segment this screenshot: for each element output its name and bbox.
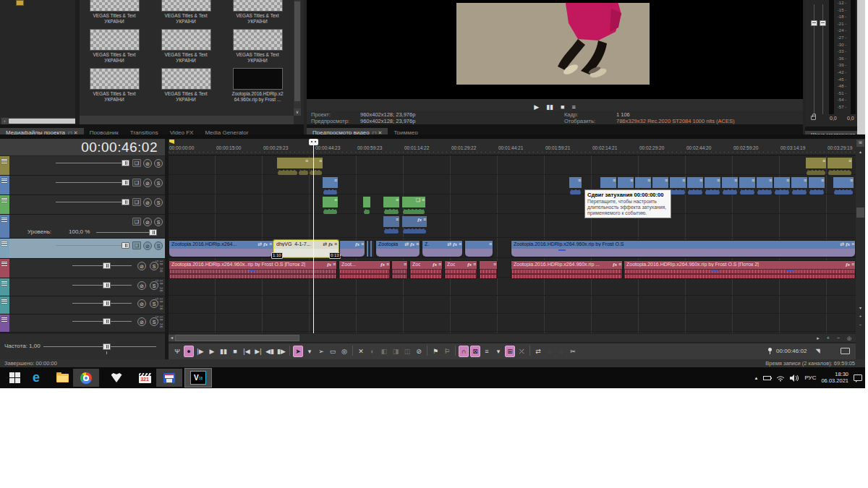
preset-item[interactable]: VEGAS Titles & TextУКРАЇНИ: [80, 29, 149, 63]
timecode-display[interactable]: 00:00:46:02: [0, 139, 165, 155]
video-event[interactable]: dhyVG_4-1-7...⇄ fx ≡1:100:13: [273, 240, 339, 257]
audio-event[interactable]: ≡: [479, 260, 498, 279]
event-icons[interactable]: ≡: [489, 241, 492, 247]
timeline-event[interactable]: ≡: [383, 197, 399, 213]
event-header[interactable]: Zootopia.2016.HDRip.x264.960x.rip by Fro…: [511, 241, 855, 249]
preset-item[interactable]: VEGAS Titles & TextУКРАЇНИ: [223, 0, 292, 24]
marker-flag-icon[interactable]: [169, 140, 174, 144]
mute-button[interactable]: ⊘: [137, 317, 146, 326]
track-color-strip[interactable]: [0, 259, 9, 278]
timeline-event[interactable]: ≡: [806, 158, 826, 174]
zoom-controls[interactable]: ▸ + − ◎: [817, 334, 854, 342]
event-icons[interactable]: ≡: [305, 158, 308, 164]
event-block[interactable]: ≡: [833, 177, 854, 188]
level-slider-track[interactable]: [96, 232, 156, 233]
event-icons[interactable]: ≡: [396, 197, 399, 203]
scroll-left-icon[interactable]: ◂: [169, 335, 175, 341]
fade-envelope[interactable]: [570, 189, 581, 194]
region-button[interactable]: ⚐: [442, 346, 452, 357]
video-event[interactable]: Zootopia.2016.HDRip.x264.960x.rip by Fro…: [511, 240, 856, 257]
event-block[interactable]: ≡: [722, 177, 738, 188]
taskbar-floppy-app[interactable]: [156, 369, 182, 387]
taskbar-mpc[interactable]: 321: [132, 369, 158, 387]
event-block[interactable]: ≡: [323, 197, 338, 207]
track-header-track-4[interactable]: ❑⊘SУровень:100,0 %: [0, 215, 165, 239]
track-level-slider-track[interactable]: [56, 182, 128, 183]
timeline-lane-track-4[interactable]: [169, 215, 856, 238]
event-header[interactable]: Zootopia.2016.HDRip.x264.960x.rip by Fro…: [624, 261, 855, 269]
envelope-tool-button[interactable]: ➢: [316, 346, 326, 357]
event-block[interactable]: fx ≡: [402, 216, 427, 227]
timeline-event[interactable]: ≡: [739, 177, 755, 194]
event-block[interactable]: ≡: [383, 216, 399, 227]
video-event[interactable]: Z.⇄ fx ≡: [422, 240, 463, 257]
preset-item[interactable]: VEGAS Titles & TextУКРАЇНИ: [151, 68, 221, 102]
track-level-slider-track[interactable]: [56, 202, 128, 202]
event-header[interactable]: Zootopia....⇄ fx ≡: [376, 241, 420, 249]
timeline-event[interactable]: ≡: [323, 177, 338, 194]
event-icons[interactable]: fx ≡: [355, 241, 364, 248]
event-icons[interactable]: ≡: [804, 177, 807, 184]
group-button[interactable]: ◌: [545, 346, 555, 357]
audio-event[interactable]: Zoot...fx ≡: [409, 260, 443, 279]
timeline-event[interactable]: fx ≡: [402, 216, 427, 237]
scroll-up-icon[interactable]: ▴: [856, 149, 864, 154]
event-icons[interactable]: fx ≡: [380, 261, 389, 268]
external-monitor-icon[interactable]: [841, 348, 850, 354]
zoom-out-icon[interactable]: −: [856, 322, 864, 327]
event-icons[interactable]: ≡: [404, 261, 407, 267]
event-icons[interactable]: ≡: [822, 158, 825, 164]
event-block[interactable]: ≡: [809, 177, 825, 188]
mute-button[interactable]: ⊘: [137, 262, 146, 270]
track-menu-icon[interactable]: [1, 298, 8, 303]
track-level-slider-handle[interactable]: [122, 199, 129, 205]
rate-slider-track[interactable]: [43, 346, 156, 347]
track-menu-icon[interactable]: [1, 280, 8, 285]
generator-preset-icon[interactable]: [16, 0, 24, 6]
ungroup-button[interactable]: ◌: [556, 346, 566, 357]
scrollbar-thumb[interactable]: [175, 335, 299, 341]
loop-playback-button[interactable]: ∩: [459, 346, 469, 357]
track-fx-button[interactable]: ❑: [132, 179, 141, 187]
track-header-track-6[interactable]: 18 36 54⊘S: [0, 259, 165, 278]
preset-item[interactable]: VEGAS Titles & TextУКРАЇНИ: [151, 0, 221, 24]
track-color-strip[interactable]: [0, 195, 9, 214]
selection-tool-button[interactable]: ▭: [328, 346, 338, 357]
timeline-event[interactable]: [363, 197, 370, 213]
track-color-strip[interactable]: [0, 215, 9, 238]
wifi-icon[interactable]: [776, 374, 785, 382]
edit-tool-dropdown[interactable]: ▾: [305, 346, 315, 357]
track-header-track-7[interactable]: 18 36 54⊘S: [0, 278, 165, 296]
preset-item[interactable]: Zootopia.2016.HDRip.x264.960x.rip by Fro…: [223, 68, 292, 102]
snap-dropdown[interactable]: ▾: [493, 346, 503, 357]
level-slider-handle[interactable]: [149, 229, 157, 236]
pause-button[interactable]: ▮▮: [218, 346, 229, 357]
track-level-slider-handle[interactable]: [122, 242, 129, 249]
envelope-edit-button[interactable]: ⊠: [470, 346, 480, 357]
sliced-events[interactable]: [366, 240, 375, 257]
fade-envelope[interactable]: [834, 189, 853, 194]
track-menu-icon[interactable]: [1, 316, 8, 321]
scroll-down-icon[interactable]: ▾: [856, 305, 864, 310]
track-volume-slider-track[interactable]: [72, 285, 132, 286]
track-volume-slider-handle[interactable]: [103, 318, 111, 325]
speaker-icon[interactable]: [790, 374, 799, 382]
timeline-event[interactable]: ≡: [833, 177, 854, 194]
event-icons[interactable]: ≡: [769, 177, 772, 184]
timeline-event[interactable]: ≡: [670, 177, 686, 194]
event-icons[interactable]: ≡: [319, 158, 322, 164]
zoom-in-icon[interactable]: +: [856, 314, 864, 318]
language-indicator[interactable]: РУС: [804, 374, 816, 381]
record-arm-button[interactable]: Ψ: [172, 346, 182, 357]
split-button[interactable]: ✂: [568, 346, 578, 357]
event-icons[interactable]: ≡: [717, 177, 720, 184]
mute-button[interactable]: ⊘: [143, 198, 152, 207]
fade-envelope[interactable]: [757, 189, 772, 194]
preset-thumbnail[interactable]: [161, 0, 211, 12]
track-color-strip[interactable]: [0, 278, 9, 296]
track-header-track-3[interactable]: ❑⊘S: [0, 195, 165, 215]
track-level-slider-track[interactable]: [56, 163, 128, 163]
fade-envelope[interactable]: [671, 189, 685, 194]
generator-list-pane[interactable]: [0, 0, 75, 117]
snap-button[interactable]: ≡: [482, 346, 492, 357]
